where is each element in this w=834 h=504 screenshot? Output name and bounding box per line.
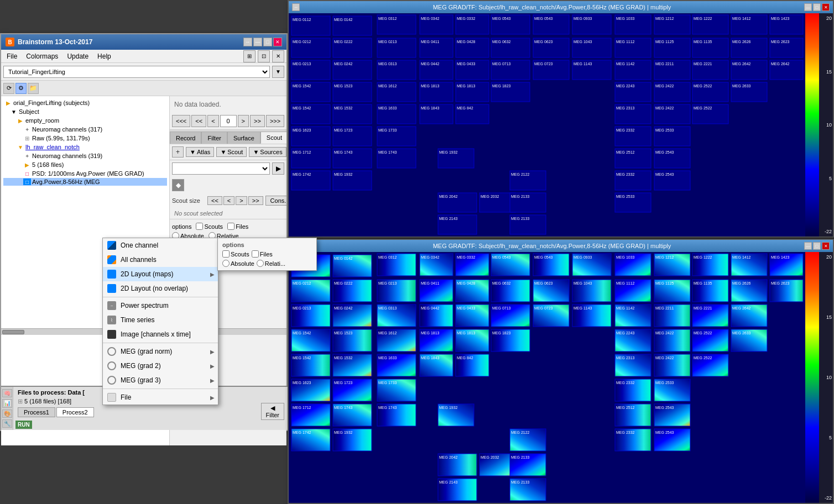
tree-subject[interactable]: ▼ Subject [3,107,167,116]
filter-button[interactable]: ◀ Filter [261,403,284,420]
tree-lh-raw[interactable]: ▼ lh_raw_clean_notch [3,143,167,151]
menu-file[interactable]: File ▶ [103,390,218,405]
chevron-icon: ▼ [10,108,18,116]
expand-btn[interactable]: ▼ [272,66,284,78]
svg-text:MEG 2133: MEG 2133 [511,480,530,484]
tree-files-168[interactable]: ▶ 5 (168 files) [3,160,167,169]
menu-meg-grad-3[interactable]: MEG (grad 3) ▶ [103,373,218,387]
meg-bottom-max-btn[interactable]: □ [813,242,821,250]
strip-color-btn[interactable]: 🎨 [2,410,12,418]
file-arrow: ▶ [210,395,215,401]
menu-help[interactable]: Help [94,51,114,61]
panel-close-btn[interactable]: ✕ [272,50,284,62]
scout-dropdown[interactable] [172,162,270,175]
project-select[interactable]: Tutorial_FingerLifting [3,66,270,78]
submenu-relative-radio[interactable] [257,260,264,267]
minimize-btn[interactable]: — [253,38,262,46]
tree-psd[interactable]: □ PSD: 1/1000ms Avg.Power (MEG GRAD) [3,169,167,178]
menu-2d-layout-no-overlap[interactable]: 2D Layout (no overlap) [103,281,218,296]
scroll-thumb[interactable] [2,330,24,334]
menu-update[interactable]: Update [64,51,92,61]
menu-colormaps[interactable]: Colormaps [23,51,61,61]
size-inc-inc-btn[interactable]: >> [248,196,263,205]
left-icon-strip: 🧠 📊 🎨 🔧 [1,387,13,430]
menu-2d-layout-maps[interactable]: 2D Layout (maps) ▶ [103,267,218,281]
scout-name-btn[interactable]: ▼ Scout [216,147,247,157]
scout-color-btn[interactable]: ◆ [172,179,184,191]
close-btn[interactable]: ✕ [273,38,282,46]
process-tab-2[interactable]: Process2 [56,407,94,417]
nav-value-input[interactable] [220,115,237,127]
add-scout-btn[interactable]: + [172,146,184,158]
process-tab-1[interactable]: Process1 [18,407,55,417]
cons-button[interactable]: Cons... [265,196,286,206]
layout-icon[interactable]: ⊞ [243,50,256,62]
menu-one-channel[interactable]: One channel [103,238,218,253]
meg-top-restore-btn[interactable]: ↔ [292,3,300,11]
meg-bottom-min-btn[interactable]: — [804,242,812,250]
size-inc-btn[interactable]: > [236,196,247,205]
scouts-checkbox[interactable] [196,223,203,230]
tree-raw[interactable]: ⊞ Raw (5.99s, 131.79s) [3,134,167,143]
sources-btn[interactable]: ▼ Sources [249,147,286,157]
menu-image-channels[interactable]: Image [channels x time] [103,327,218,342]
nav-prev-btn[interactable]: < [207,115,218,127]
svg-text:MEG 2122: MEG 2122 [511,172,530,176]
strip-chart-btn[interactable]: 📊 [2,399,12,407]
tree-neuromag-317[interactable]: ✦ Neuromag channels (317) [3,125,167,134]
meg-top-close-btn[interactable]: ✕ [822,3,830,11]
tree-neuromag-319[interactable]: ✦ Neuromag channels (319) [3,151,167,160]
scout-arrow-btn[interactable]: ▶ [272,162,284,175]
tab-filter[interactable]: Filter [201,132,227,144]
app-title: Brainstorm 13-Oct-2017 [18,38,92,46]
svg-text:MEG 2221: MEG 2221 [694,306,712,310]
nav-prev-prev-btn[interactable]: << [191,115,206,127]
folder-icon[interactable]: 📁 [28,83,39,94]
nav-next-next-btn[interactable]: >> [250,115,265,127]
strip-brain-btn[interactable]: 🧠 [2,389,12,397]
tab-record[interactable]: Record [170,132,201,144]
tree-subjects[interactable]: ▶ orial_FingerLifting (subjects) [3,98,167,107]
meg-top-min-btn[interactable]: — [804,3,812,11]
menu-meg-grad-norm[interactable]: MEG (grad norm) ▶ [103,344,218,359]
refresh-icon[interactable]: ⟳ [3,83,14,94]
menu-meg-grad-2[interactable]: MEG (grad 2) ▶ [103,359,218,373]
view-icon[interactable]: ⊡ [258,50,270,62]
submenu-files-checkbox[interactable] [252,250,259,258]
nav-next-btn[interactable]: > [238,115,249,127]
menu-file[interactable]: File [3,51,20,61]
tree-empty-room[interactable]: ▶ empty_room [3,116,167,125]
atlas-btn[interactable]: ▼ Atlas [186,147,214,157]
svg-text:MEG 2543: MEG 2543 [655,150,674,154]
maximize-btn[interactable]: □ [263,38,272,46]
scale-labels-bottom: 20 15 10 5 -22 [819,252,833,503]
meg-top-max-btn[interactable]: □ [813,3,821,11]
meg-top-title: MEG GRAD/TF: Subject/lh_raw_clean_notch/… [433,4,671,11]
nav-first-btn[interactable]: <<< [172,115,190,127]
menu-power-spectrum[interactable]: ~ Power spectrum [103,298,218,313]
run-button[interactable]: RUN [15,421,32,429]
svg-text:MEG 2422: MEG 2422 [655,331,674,335]
settings-icon[interactable]: ⚙ [15,83,27,94]
tab-scout[interactable]: Scout [260,132,286,144]
strip-tools-btn[interactable]: 🔧 [2,419,12,428]
tree-avg[interactable]: □ Avg.Power,8-56Hz (MEG [3,178,167,186]
svg-text:MEG 1742: MEG 1742 [293,172,311,176]
svg-text:MEG 1743: MEG 1743 [334,150,353,154]
meg-bottom-close-btn[interactable]: ✕ [822,242,830,250]
nav-last-btn[interactable]: >>> [266,115,284,127]
menu-time-series[interactable]: ⌇ Time series [103,313,218,327]
submenu-absolute-radio[interactable] [222,260,230,267]
svg-text:MEG 0213: MEG 0213 [293,62,311,66]
tab-surface[interactable]: Surface [227,132,260,144]
restore-btn[interactable]: ↔ [243,38,252,46]
files-checkbox[interactable] [227,223,234,230]
menu-all-channels[interactable]: All channels [103,253,218,267]
submenu-scouts-checkbox[interactable] [222,250,230,258]
svg-text:MEG 1743: MEG 1743 [334,406,353,410]
size-dec-dec-btn[interactable]: << [207,196,222,205]
size-dec-btn[interactable]: < [223,196,234,205]
svg-text:MEG 1142: MEG 1142 [616,62,635,66]
meg-grad-2-label: MEG (grad 2) [121,362,161,370]
svg-text:MEG 0313: MEG 0313 [378,306,397,310]
